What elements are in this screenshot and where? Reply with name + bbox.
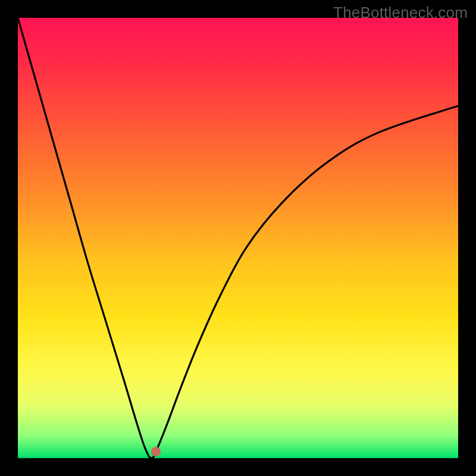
minimum-marker-icon [151, 447, 161, 456]
chart-frame: TheBottleneck.com [0, 0, 476, 476]
bottleneck-curve [18, 18, 458, 458]
plot-area [18, 18, 458, 458]
